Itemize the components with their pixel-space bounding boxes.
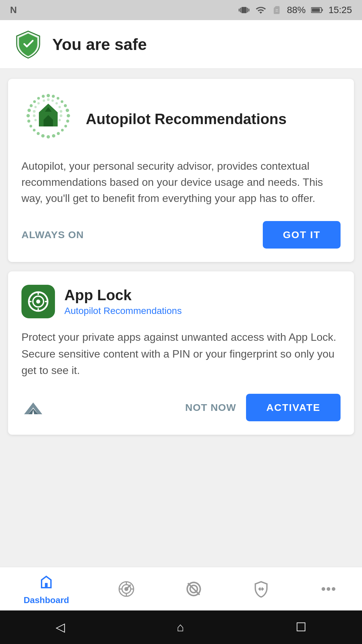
svg-point-5: [57, 97, 59, 100]
autopilot-header: Autopilot Recommendations: [21, 92, 341, 146]
android-nav-bar: ◁ ⌂ ☐: [0, 610, 362, 644]
svg-point-3: [47, 94, 50, 97]
shield-link-icon: [251, 579, 271, 599]
nav-item-more[interactable]: [318, 579, 339, 599]
svg-point-9: [67, 114, 70, 117]
autopilot-logo: [21, 92, 75, 146]
notification-icon: N: [10, 5, 17, 15]
svg-point-11: [64, 125, 67, 127]
nav-item-shield-link[interactable]: [251, 579, 271, 599]
home-button[interactable]: ⌂: [177, 620, 184, 634]
not-now-button[interactable]: NOT NOW: [185, 402, 236, 413]
svg-point-4: [52, 95, 55, 98]
svg-point-36: [33, 110, 36, 113]
applock-card-actions: NOT NOW ACTIVATE: [21, 394, 341, 421]
svg-point-25: [37, 97, 40, 100]
sim-icon: [272, 5, 282, 15]
svg-point-46: [36, 300, 40, 304]
always-on-label: ALWAYS ON: [21, 229, 84, 240]
wifi-icon: [255, 5, 267, 15]
battery-text: 88%: [287, 5, 306, 15]
svg-point-31: [60, 110, 62, 113]
svg-point-14: [52, 134, 55, 138]
autopilot-small-logo: [21, 399, 45, 416]
svg-point-6: [61, 100, 63, 103]
svg-point-19: [29, 125, 32, 127]
recent-button[interactable]: ☐: [296, 620, 306, 634]
nav-item-dashboard[interactable]: Dashboard: [23, 572, 69, 605]
svg-point-27: [47, 98, 50, 101]
nav-item-vpn[interactable]: [184, 579, 204, 599]
applock-subtitle: Autopilot Recommendations: [64, 306, 182, 316]
autopilot-card: Autopilot Recommendations Autopilot, you…: [8, 79, 354, 262]
svg-point-24: [33, 100, 36, 103]
dashboard-icon: [36, 572, 56, 592]
radar-icon: [116, 579, 136, 599]
svg-point-8: [66, 109, 69, 112]
app-header: You are safe: [0, 20, 362, 69]
svg-point-63: [331, 587, 335, 591]
svg-point-28: [52, 100, 54, 102]
svg-point-62: [326, 587, 330, 591]
svg-point-22: [27, 109, 31, 112]
svg-rect-1: [312, 8, 320, 12]
svg-point-7: [64, 104, 67, 107]
header-shield-icon: [13, 30, 43, 59]
nav-item-radar[interactable]: [116, 579, 136, 599]
svg-point-20: [27, 120, 31, 123]
applock-card: App Lock Autopilot Recommendations Prote…: [8, 271, 354, 435]
svg-point-30: [59, 106, 61, 108]
vpn-icon: [184, 579, 204, 599]
applock-description: Protect your private apps against unwant…: [21, 329, 341, 379]
svg-point-39: [43, 100, 45, 102]
svg-point-15: [47, 135, 50, 139]
svg-point-12: [61, 129, 64, 131]
svg-point-18: [33, 129, 36, 131]
svg-point-10: [66, 120, 69, 123]
svg-point-33: [59, 119, 61, 121]
back-button[interactable]: ◁: [56, 620, 65, 634]
battery-icon: [311, 5, 323, 15]
activate-button[interactable]: ACTIVATE: [246, 394, 341, 421]
svg-point-23: [30, 104, 33, 107]
svg-point-32: [60, 114, 62, 117]
svg-point-37: [35, 106, 37, 108]
status-bar: N 88% 15:25: [0, 0, 362, 20]
autopilot-description: Autopilot, your personal security adviso…: [21, 158, 341, 206]
svg-point-38: [38, 102, 40, 105]
dashboard-label: Dashboard: [23, 595, 69, 605]
svg-point-35: [33, 114, 36, 117]
svg-point-34: [35, 119, 37, 121]
applock-info: App Lock Autopilot Recommendations: [64, 287, 182, 316]
page-title: You are safe: [52, 35, 147, 54]
svg-point-29: [56, 102, 58, 105]
applock-buttons: NOT NOW ACTIVATE: [185, 394, 341, 421]
main-content: Autopilot Recommendations Autopilot, you…: [0, 69, 362, 567]
vibrate-icon: [239, 5, 249, 15]
svg-point-21: [26, 114, 30, 117]
applock-app-icon: [21, 285, 55, 318]
svg-point-26: [42, 95, 45, 98]
svg-marker-51: [24, 402, 42, 414]
applock-title: App Lock: [64, 287, 182, 304]
svg-point-61: [321, 587, 325, 591]
time-text: 15:25: [328, 5, 352, 15]
svg-point-17: [37, 132, 40, 135]
autopilot-title: Autopilot Recommendations: [86, 110, 287, 128]
more-icon: [318, 579, 339, 599]
autopilot-card-actions: ALWAYS ON GOT IT: [21, 221, 341, 249]
svg-rect-2: [322, 9, 323, 11]
applock-header: App Lock Autopilot Recommendations: [21, 285, 341, 318]
got-it-button[interactable]: GOT IT: [263, 221, 341, 249]
bottom-nav: Dashboard: [0, 567, 362, 610]
svg-point-16: [41, 134, 45, 138]
svg-point-13: [57, 132, 60, 135]
